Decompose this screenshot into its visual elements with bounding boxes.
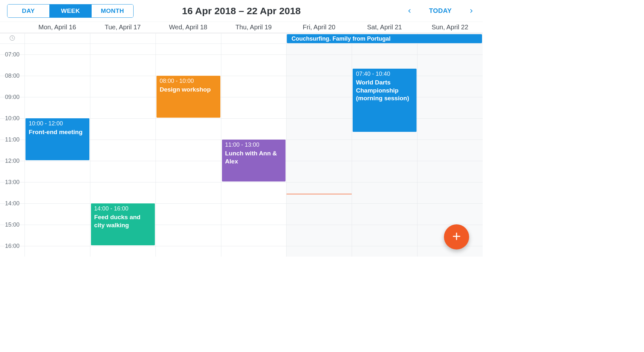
day-column[interactable]: 07:40 - 10:40World Darts Championship (m…	[352, 44, 417, 257]
event-time: 07:40 - 10:40	[356, 71, 413, 77]
allday-cell[interactable]	[156, 34, 221, 44]
allday-cell[interactable]	[90, 34, 156, 44]
chevron-right-icon	[469, 7, 474, 15]
hour-label: 08:00	[0, 73, 25, 79]
toolbar-right: TODAY	[405, 7, 476, 15]
time-gutter: 07:0008:0009:0010:0011:0012:0013:0014:00…	[0, 44, 25, 257]
current-time-indicator	[287, 194, 352, 194]
day-column[interactable]: 14:00 - 16:00Feed ducks and city walking	[90, 44, 156, 257]
event-title: World Darts Championship (morning sessio…	[356, 79, 413, 103]
hour-label: 16:00	[0, 243, 25, 249]
day-header: Sat, April 21	[352, 24, 417, 31]
calendar-event[interactable]: 07:40 - 10:40World Darts Championship (m…	[353, 69, 417, 132]
hour-label: 11:00	[0, 136, 25, 143]
hour-label: 10:00	[0, 115, 25, 122]
toolbar: DAY WEEK MONTH 16 Apr 2018 – 22 Apr 2018…	[0, 0, 483, 22]
day-header: Mon, April 16	[25, 24, 90, 31]
view-week-tab[interactable]: WEEK	[49, 5, 91, 17]
hour-label: 09:00	[0, 94, 25, 101]
day-header: Thu, April 19	[221, 24, 287, 31]
allday-cell[interactable]	[25, 34, 90, 44]
day-header: Fri, April 20	[286, 24, 352, 31]
calendar-event[interactable]: 10:00 - 12:00Front-end meeting	[25, 118, 89, 160]
add-event-button[interactable]	[444, 224, 469, 249]
day-header: Tue, April 17	[90, 24, 156, 31]
event-title: Front-end meeting	[29, 128, 86, 136]
day-column[interactable]	[417, 44, 483, 257]
hour-label: 14:00	[0, 200, 25, 207]
event-time: 11:00 - 13:00	[225, 142, 283, 148]
event-time: 14:00 - 16:00	[94, 205, 152, 212]
allday-event-title: Couchsurfing. Family from Portugal	[291, 35, 390, 42]
hour-label: 13:00	[0, 179, 25, 186]
day-column[interactable]: 08:00 - 10:00Design workshop	[156, 44, 221, 257]
day-column[interactable]: 11:00 - 13:00Lunch with Ann & Alex	[221, 44, 287, 257]
hour-label: 12:00	[0, 158, 25, 164]
view-month-tab[interactable]: MONTH	[91, 5, 133, 17]
allday-cell[interactable]	[221, 34, 287, 44]
allday-event[interactable]: Couchsurfing. Family from Portugal	[287, 34, 482, 43]
allday-row: Couchsurfing. Family from Portugal	[0, 34, 483, 44]
event-time: 10:00 - 12:00	[29, 120, 86, 127]
day-column[interactable]: 10:00 - 12:00Front-end meeting	[25, 44, 90, 257]
allday-gutter	[0, 34, 25, 44]
calendar-event[interactable]: 14:00 - 16:00Feed ducks and city walking	[91, 203, 155, 245]
calendar-event[interactable]: 11:00 - 13:00Lunch with Ann & Alex	[222, 140, 286, 181]
day-headers: Mon, April 16 Tue, April 17 Wed, April 1…	[0, 22, 483, 34]
calendar-event[interactable]: 08:00 - 10:00Design workshop	[156, 76, 220, 118]
event-title: Feed ducks and city walking	[94, 213, 152, 229]
prev-week-button[interactable]	[405, 7, 414, 15]
plus-icon	[452, 231, 461, 242]
week-grid[interactable]: 07:0008:0009:0010:0011:0012:0013:0014:00…	[0, 44, 483, 263]
day-header: Wed, April 18	[156, 24, 221, 31]
calendar-app: DAY WEEK MONTH 16 Apr 2018 – 22 Apr 2018…	[0, 0, 483, 263]
hour-label: 07:00	[0, 51, 25, 58]
day-header: Sun, April 22	[417, 24, 483, 31]
hour-label: 15:00	[0, 221, 25, 228]
event-title: Lunch with Ann & Alex	[225, 150, 283, 165]
day-column[interactable]	[286, 44, 352, 257]
event-title: Design workshop	[160, 86, 217, 94]
chevron-left-icon	[407, 7, 412, 15]
view-day-tab[interactable]: DAY	[7, 5, 49, 17]
today-button[interactable]: TODAY	[429, 7, 452, 15]
clock-icon	[9, 35, 15, 43]
view-switch: DAY WEEK MONTH	[7, 4, 134, 18]
event-time: 08:00 - 10:00	[160, 78, 217, 84]
next-week-button[interactable]	[467, 7, 476, 15]
